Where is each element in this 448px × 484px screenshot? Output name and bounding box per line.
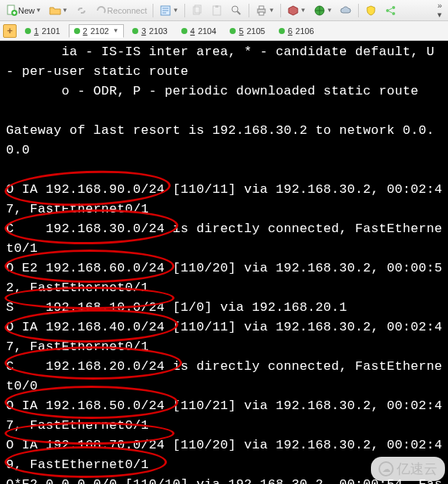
dropdown-icon: ▼ [326,7,332,14]
terminal-line: o - ODR, P - periodic downloaded static … [6,84,419,98]
link-button [73,2,91,19]
paste-button [208,2,226,19]
status-dot-icon [279,28,285,34]
folder-open-icon [49,5,61,17]
dropdown-icon: ▼ [36,7,42,14]
paste-icon [211,5,223,17]
status-dot-icon [230,28,236,34]
copy-button [188,2,206,19]
svg-point-14 [392,12,395,15]
properties-icon [159,5,171,17]
new-button[interactable]: New ▼ [3,2,45,19]
dropdown-icon: ▼ [113,27,119,34]
separator [184,4,185,17]
security-button[interactable] [362,2,380,19]
terminal-line: Gateway of last resort is 192.168.30.2 t… [6,123,434,157]
reconnect-icon [95,5,107,17]
dropdown-icon: ▼ [268,7,274,14]
status-dot-icon [132,28,138,34]
tab-2103[interactable]: 32103 [127,24,173,38]
new-label: New [18,6,35,15]
toolbar-overflow[interactable]: »▾ [434,1,445,20]
separator [249,4,249,17]
open-button[interactable]: ▼ [46,2,71,19]
terminal-line: O E2 192.168.60.0/24 [110/20] via 192.16… [6,261,443,295]
terminal-line: C 192.168.20.0/24 is directly connected,… [6,359,443,393]
tab-bar: + 12101 22102▼ 32103 42104 52105 62106 [0,21,448,41]
properties-button[interactable]: ▼ [156,2,181,19]
dropdown-icon: ▼ [172,7,178,14]
terminal-line: ia - IS-IS inter area, * - candidate def… [6,45,443,79]
print-button[interactable]: ▼ [252,2,277,19]
status-dot-icon [74,28,80,34]
find-button[interactable] [227,2,246,19]
tab-2101[interactable]: 12101 [20,24,66,38]
terminal-line: O IA 192.168.40.0/24 [110/11] via 192.16… [6,320,443,354]
terminal-line: O IA 192.168.90.0/24 [110/11] via 192.16… [6,182,443,216]
svg-rect-6 [215,5,218,8]
separator [153,4,153,17]
svg-point-13 [392,6,395,9]
terminal-line: O IA 192.168.70.0/24 [110/20] via 192.16… [6,438,443,472]
share-icon [385,5,397,17]
svg-point-7 [232,6,238,12]
status-dot-icon [181,28,187,34]
new-file-icon [6,5,18,17]
copy-icon [191,5,203,17]
reconnect-label: Reconnect [107,6,147,15]
tab-2106[interactable]: 62106 [273,24,320,38]
separator [280,4,281,17]
svg-rect-10 [259,12,264,15]
printer-icon [255,5,267,17]
status-dot-icon [25,28,31,34]
search-icon [230,5,243,17]
cloud-icon [340,5,352,17]
main-toolbar: New ▼ ▼ Reconnect ▼ ▼ ▼ ▼ »▾ [0,0,448,21]
shield-icon [365,5,377,17]
dropdown-icon: ▼ [62,7,68,14]
add-tab-button[interactable]: + [3,24,17,38]
dropdown-icon: ▼ [300,7,306,14]
tab-2102[interactable]: 22102▼ [69,24,125,38]
box-button[interactable]: ▼ [284,2,309,19]
box-icon [287,5,299,17]
terminal-line: S 192.168.10.0/24 [1/0] via 192.168.20.1 [6,300,348,315]
globe-button[interactable]: ▼ [311,2,335,19]
share-button[interactable] [382,2,400,19]
terminal-output[interactable]: ia - IS-IS inter area, * - candidate def… [0,41,448,484]
globe-icon [314,5,326,17]
separator [358,4,359,17]
tab-2104[interactable]: 42104 [176,24,222,38]
cloud-button[interactable] [337,2,355,19]
terminal-line: C 192.168.30.0/24 is directly connected,… [6,222,443,256]
svg-rect-9 [259,6,264,9]
terminal-line: O*E2 0.0.0.0/0 [110/10] via 192.168.30.2… [6,477,443,484]
chain-icon [76,5,88,17]
reconnect-button: Reconnect [92,2,150,19]
svg-point-12 [386,9,389,12]
tab-2105[interactable]: 52105 [224,24,270,38]
terminal-line: O IA 192.168.50.0/24 [110/21] via 192.16… [6,399,443,433]
